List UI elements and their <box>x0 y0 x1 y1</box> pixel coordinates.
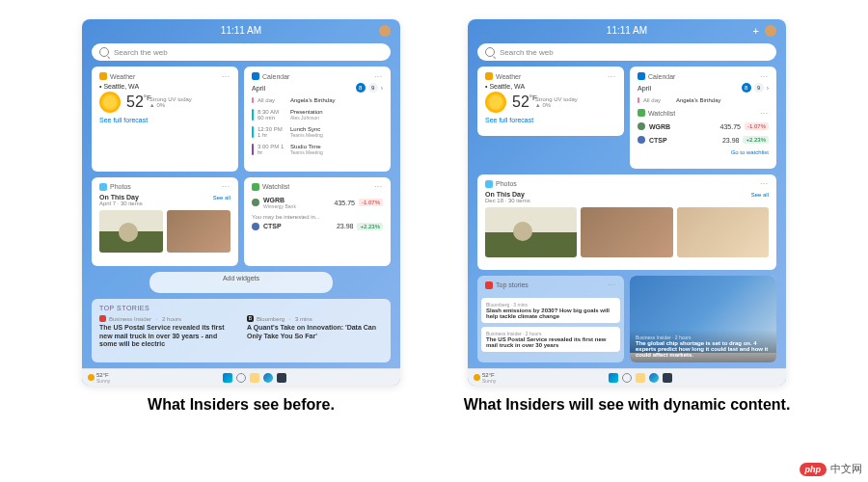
more-icon[interactable]: ··· <box>374 183 383 190</box>
photos-widget-full[interactable]: Photos··· On This DayDec 18 · 30 itemsSe… <box>477 174 776 270</box>
forecast-link[interactable]: See full forecast <box>485 117 616 123</box>
chevron-right-icon[interactable]: › <box>381 85 383 92</box>
weather-widget[interactable]: Weather··· • Seattle, WA 52°FStrong UV t… <box>477 67 624 136</box>
search-bar[interactable]: Search the web <box>477 43 776 61</box>
taskbar[interactable]: 52°FSunny <box>468 368 786 386</box>
day-next[interactable]: 9 <box>368 83 378 93</box>
photo-thumbnail[interactable] <box>485 207 577 257</box>
source-icon <box>99 315 106 322</box>
weather-icon <box>99 72 107 80</box>
news-image-card[interactable]: Business Insider · 2 hours The global ch… <box>630 276 776 362</box>
panel-header: 11:11 AM + <box>468 19 786 41</box>
stock-row: WGRB435.75-1.07% <box>637 122 769 130</box>
story-item[interactable]: BBloomberg · 3 mins A Quant's Take on In… <box>247 315 383 348</box>
story-item[interactable]: Business Insider · 2 hours The US Postal… <box>99 315 235 348</box>
edge-icon[interactable] <box>263 373 273 383</box>
news-icon <box>485 281 493 289</box>
stock-row[interactable]: WGRBWinnergy Bank435.75-1.07% <box>252 197 383 209</box>
chevron-right-icon[interactable]: › <box>767 85 769 92</box>
photos-icon <box>99 183 107 191</box>
caption-before: What Insiders see before. <box>148 395 335 414</box>
photo-thumbnail[interactable] <box>581 207 672 257</box>
comparison-container: 11:11 AM Search the web Weather··· • Sea… <box>0 0 868 423</box>
calendar-events: All dayAngela's Birthday 8:30 AM 60 minP… <box>252 95 383 157</box>
sun-icon <box>88 374 95 381</box>
panel-before-wrap: 11:11 AM Search the web Weather··· • Sea… <box>68 19 415 414</box>
stock-row: CTSP23.98+2.23% <box>637 136 769 144</box>
photo-thumbnail[interactable] <box>677 207 769 257</box>
search-icon <box>99 47 109 57</box>
widgets-panel-after: 11:11 AM + Search the web Weather··· • S… <box>468 19 786 386</box>
top-stories-widget[interactable]: Top stories··· Bloomberg · 3 mins Slash … <box>477 276 624 362</box>
see-all-link[interactable]: See all <box>751 192 769 198</box>
watermark: php 中文网 <box>800 462 863 476</box>
search-placeholder: Search the web <box>500 48 554 57</box>
stock-row[interactable]: CTSP23.98+2.23% <box>252 223 383 230</box>
search-icon[interactable] <box>622 373 632 383</box>
clock-time: 11:11 AM <box>221 25 261 36</box>
sun-icon <box>485 92 506 113</box>
user-avatar[interactable] <box>379 25 391 37</box>
calendar-widget[interactable]: Calendar··· April 8 9 › All dayAngela's … <box>244 67 391 172</box>
start-icon[interactable] <box>609 373 618 383</box>
sun-icon <box>474 374 480 381</box>
add-widgets-button[interactable]: Add widgets <box>149 272 333 293</box>
taskbar-weather[interactable]: 52°FSunny <box>88 372 110 384</box>
store-icon[interactable] <box>663 373 672 383</box>
search-bar[interactable]: Search the web <box>92 43 391 61</box>
watermark-logo: php <box>800 463 827 476</box>
calendar-nav: April 8 9 › <box>252 83 383 93</box>
story-item[interactable]: Business Insider · 2 hours The US Postal… <box>481 327 620 352</box>
search-icon[interactable] <box>236 373 246 383</box>
edge-icon[interactable] <box>649 373 659 383</box>
sun-icon <box>99 92 121 113</box>
weather-temp: 52°F <box>126 94 144 111</box>
more-icon[interactable]: ··· <box>608 73 616 80</box>
watchlist-widget[interactable]: Watchlist··· WGRBWinnergy Bank435.75-1.0… <box>244 177 391 267</box>
more-icon[interactable]: ··· <box>222 183 231 190</box>
caption-after: What Insiders will see with dynamic cont… <box>464 395 791 414</box>
photo-thumbnail[interactable] <box>167 210 231 253</box>
watchlist-icon <box>252 183 259 191</box>
explorer-icon[interactable] <box>250 373 259 383</box>
top-stories-widget[interactable]: TOP STORIES Business Insider · 2 hours T… <box>92 299 391 362</box>
watchlist-icon <box>637 109 645 117</box>
calendar-icon <box>637 72 645 80</box>
user-avatar[interactable] <box>765 25 776 37</box>
panel-after-wrap: 11:11 AM + Search the web Weather··· • S… <box>453 19 800 414</box>
watchlist-link[interactable]: Go to watchlist <box>637 149 769 155</box>
story-item[interactable]: Bloomberg · 3 mins Slash emissions by 20… <box>481 298 620 323</box>
panel-header: 11:11 AM <box>82 19 400 41</box>
widgets-grid: Weather··· • Seattle, WA 52°F Strong UV … <box>82 67 400 368</box>
more-icon[interactable]: ··· <box>760 110 769 117</box>
search-placeholder: Search the web <box>114 48 168 57</box>
more-icon[interactable]: ··· <box>222 73 231 80</box>
calendar-icon <box>252 72 259 80</box>
more-icon[interactable]: ··· <box>760 180 769 187</box>
watchlist-widget[interactable]: Watchlist··· WGRB435.75-1.07% CTSP23.98+… <box>630 103 776 168</box>
top-stories-heading: TOP STORIES <box>99 305 383 311</box>
see-all-link[interactable]: See all <box>213 195 231 201</box>
photos-icon <box>485 180 493 188</box>
explorer-icon[interactable] <box>636 373 645 383</box>
forecast-link[interactable]: See full forecast <box>99 117 231 123</box>
start-icon[interactable] <box>223 373 232 383</box>
taskbar-weather[interactable]: 52°FSunny <box>474 372 496 384</box>
store-icon[interactable] <box>277 373 286 383</box>
photos-widget[interactable]: Photos··· On This DayApril 7 · 30 itemsS… <box>92 177 238 267</box>
weather-widget[interactable]: Weather··· • Seattle, WA 52°F Strong UV … <box>92 67 238 172</box>
photo-thumbnail[interactable] <box>99 210 163 253</box>
weather-location: • Seattle, WA <box>99 83 231 90</box>
day-selected[interactable]: 8 <box>356 83 366 93</box>
search-icon <box>485 47 495 57</box>
more-icon[interactable]: ··· <box>374 73 383 80</box>
source-icon: B <box>247 315 254 322</box>
add-icon[interactable]: + <box>753 25 759 37</box>
widgets-grid: Weather··· • Seattle, WA 52°FStrong UV t… <box>468 67 786 368</box>
more-icon[interactable]: ··· <box>760 73 769 80</box>
more-icon[interactable]: ··· <box>608 281 616 288</box>
watermark-text: 中文网 <box>830 462 862 476</box>
weather-icon <box>485 72 493 80</box>
taskbar[interactable]: 52°FSunny <box>82 368 400 386</box>
widgets-panel-before: 11:11 AM Search the web Weather··· • Sea… <box>82 19 400 386</box>
